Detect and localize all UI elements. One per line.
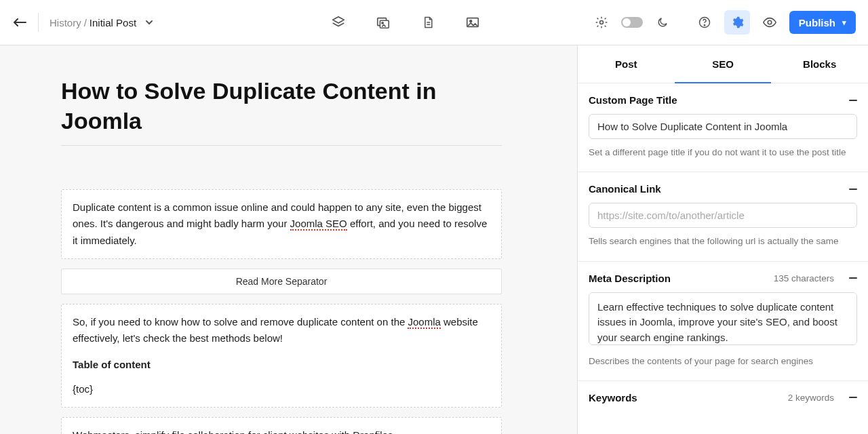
- breadcrumb-parent: History: [50, 17, 81, 28]
- image-icon[interactable]: [465, 14, 481, 31]
- section-canonical: Canonical Link Tells search engines that…: [578, 172, 868, 261]
- settings-active-icon[interactable]: [724, 10, 750, 35]
- preview-eye-icon[interactable]: [762, 15, 777, 30]
- breadcrumb[interactable]: History / Initial Post: [50, 17, 154, 28]
- document-icon[interactable]: [420, 14, 436, 31]
- svg-point-2: [382, 22, 383, 24]
- section-meta-description: Meta Description 135 characters Describe…: [578, 262, 868, 381]
- breadcrumb-current: Initial Post: [90, 17, 136, 28]
- svg-point-5: [599, 21, 603, 24]
- section-title: Canonical Link: [589, 183, 661, 195]
- gear-outline-icon[interactable]: [594, 15, 609, 30]
- collapse-icon[interactable]: [849, 100, 857, 101]
- editor-area: How to Solve Duplicate Content in Joomla…: [0, 45, 577, 434]
- page-title[interactable]: How to Solve Duplicate Content in Joomla: [61, 77, 509, 136]
- toolbar-right: Publish ▾: [594, 10, 856, 35]
- publish-label: Publish: [799, 17, 835, 28]
- section-hint: Set a different page title if you do not…: [589, 146, 857, 159]
- section-hint: Describes the contents of your page for …: [589, 355, 857, 368]
- section-title: Meta Description: [589, 273, 671, 284]
- dark-mode-toggle[interactable]: [621, 17, 643, 28]
- svg-point-7: [704, 25, 705, 26]
- tab-post[interactable]: Post: [578, 45, 675, 83]
- topbar: History / Initial Post: [0, 0, 868, 45]
- sidebar-tabs: Post SEO Blocks: [578, 45, 868, 83]
- section-title: Keywords: [589, 392, 637, 403]
- separator-label: Read More Separator: [236, 276, 328, 287]
- toolbar-center: [330, 14, 481, 31]
- tab-blocks[interactable]: Blocks: [771, 45, 868, 83]
- collapse-icon[interactable]: [849, 189, 857, 190]
- toc-heading: Table of content: [73, 359, 151, 370]
- character-count: 135 characters: [774, 273, 834, 283]
- divider: [38, 13, 39, 32]
- tab-seo[interactable]: SEO: [675, 45, 772, 83]
- content-block[interactable]: Webmasters, simplify file collaboration …: [61, 417, 502, 434]
- section-custom-title: Custom Page Title Set a different page t…: [578, 83, 868, 172]
- svg-rect-1: [380, 20, 389, 28]
- sidebar: Post SEO Blocks Custom Page Title Set a …: [577, 45, 868, 434]
- content-block[interactable]: Duplicate content is a common issue onli…: [61, 189, 502, 259]
- title-separator: [61, 145, 502, 146]
- content-block[interactable]: So, if you need to know how to solve and…: [61, 304, 502, 408]
- spellcheck-text: Joomla SEO: [290, 218, 347, 231]
- publish-button[interactable]: Publish ▾: [789, 11, 856, 34]
- svg-point-4: [470, 20, 472, 22]
- canonical-input[interactable]: [589, 203, 857, 228]
- keyword-count: 2 keywords: [788, 393, 834, 403]
- text: So, if you need to know how to solve and…: [73, 316, 408, 328]
- meta-description-input[interactable]: [589, 292, 857, 345]
- chevron-down-icon: ▾: [842, 18, 846, 27]
- chevron-down-icon[interactable]: [144, 18, 154, 27]
- workspace: How to Solve Duplicate Content in Joomla…: [0, 45, 868, 434]
- svg-point-8: [768, 20, 772, 24]
- section-title: Custom Page Title: [589, 94, 677, 106]
- back-arrow-icon[interactable]: [12, 15, 27, 30]
- custom-title-input[interactable]: [589, 114, 857, 139]
- layers-icon[interactable]: [330, 14, 347, 31]
- text: Webmasters, simplify file collaboration …: [73, 427, 490, 434]
- breadcrumb-sep: /: [84, 17, 87, 28]
- collapse-icon[interactable]: [849, 277, 857, 279]
- toc-token: {toc}: [73, 381, 490, 397]
- section-hint: Tells search engines that the following …: [589, 235, 857, 248]
- spellcheck-text: Joomla: [408, 316, 440, 329]
- read-more-separator[interactable]: Read More Separator: [61, 269, 502, 294]
- media-icon[interactable]: [375, 14, 391, 31]
- section-keywords: Keywords 2 keywords: [578, 381, 868, 416]
- moon-icon[interactable]: [655, 15, 670, 30]
- collapse-icon[interactable]: [849, 397, 857, 398]
- help-icon[interactable]: [697, 15, 712, 30]
